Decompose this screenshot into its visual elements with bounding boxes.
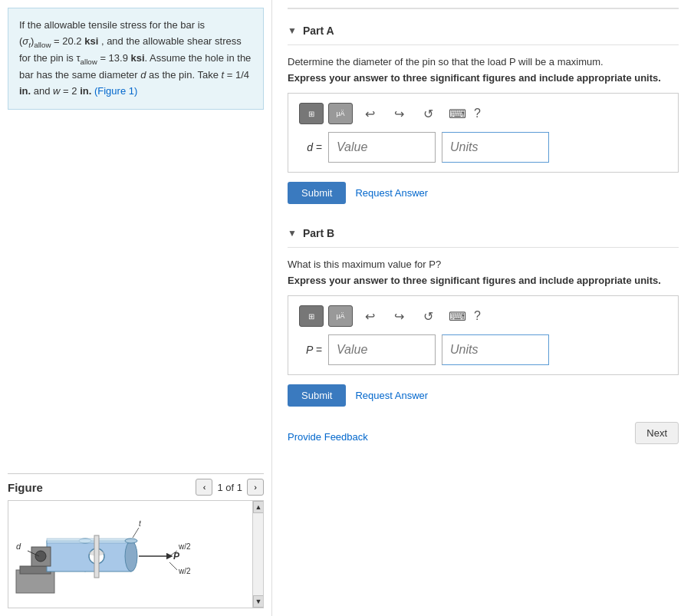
- part-a-answer-box: ⊞ μÄ ↩ ↪ ↺ ⌨ ? d =: [288, 93, 679, 173]
- part-b-toolbar: ⊞ μÄ ↩ ↪ ↺ ⌨ ?: [299, 305, 667, 327]
- feedback-link[interactable]: Provide Feedback: [288, 431, 368, 443]
- refresh-icon-b: ↺: [423, 309, 433, 324]
- part-a-header: ▼ Part A: [288, 17, 679, 45]
- part-b-section: ▼ Part B What is this maximum value for …: [288, 219, 679, 407]
- part-b-units-input[interactable]: [442, 334, 549, 365]
- svg-point-4: [125, 541, 137, 572]
- part-b-variable: P =: [299, 344, 322, 356]
- part-b-request-link[interactable]: Request Answer: [355, 390, 428, 401]
- help-icon-a[interactable]: ?: [474, 107, 481, 120]
- figure-link[interactable]: (Figure 1): [94, 85, 137, 97]
- figure-section: Figure ‹ 1 of 1 ›: [8, 473, 264, 608]
- figure-prev-button[interactable]: ‹: [196, 479, 212, 496]
- right-panel: ▼ Part A Determine the diameter of the p…: [272, 0, 694, 616]
- figure-image: d t w/2 w/2 P ▲ ▼: [8, 501, 264, 608]
- help-icon-b[interactable]: ?: [474, 309, 481, 323]
- part-a-instruction: Express your answer to three significant…: [288, 72, 679, 84]
- mu-button-b[interactable]: μÄ: [328, 305, 353, 327]
- redo-button-b[interactable]: ↪: [386, 305, 411, 327]
- keyboard-button-b[interactable]: ⌨: [445, 305, 469, 327]
- undo-button-b[interactable]: ↩: [357, 305, 382, 327]
- undo-icon-a: ↩: [365, 107, 375, 121]
- next-button[interactable]: Next: [635, 422, 679, 444]
- part-b-label: Part B: [303, 227, 334, 239]
- matrix-button-a[interactable]: ⊞: [299, 103, 324, 124]
- figure-svg: d t w/2 w/2 P: [8, 501, 223, 608]
- figure-header: Figure ‹ 1 of 1 ›: [8, 473, 264, 501]
- part-b-description: What is this maximum value for P?: [288, 259, 679, 270]
- svg-rect-1: [20, 566, 51, 574]
- part-b-submit-button[interactable]: Submit: [288, 384, 346, 407]
- refresh-button-a[interactable]: ↺: [416, 103, 440, 124]
- svg-point-7: [125, 539, 137, 543]
- redo-button-a[interactable]: ↪: [386, 103, 411, 124]
- figure-next-button[interactable]: ›: [247, 479, 264, 496]
- part-a-description: Determine the diameter of the pin so tha…: [288, 56, 679, 68]
- matrix-icon-b: ⊞: [308, 312, 314, 321]
- part-b-input-row: P =: [299, 334, 667, 365]
- part-a-submit-button[interactable]: Submit: [288, 182, 346, 204]
- keyboard-button-a[interactable]: ⌨: [445, 103, 469, 124]
- svg-point-12: [35, 551, 46, 562]
- mu-button-a[interactable]: μÄ: [328, 103, 353, 124]
- redo-icon-a: ↪: [394, 107, 404, 121]
- part-a-units-input[interactable]: [442, 132, 549, 163]
- svg-line-19: [169, 562, 177, 570]
- bottom-row: Provide Feedback Next: [288, 422, 679, 444]
- mu-icon-a: μÄ: [336, 110, 344, 117]
- figure-scrollbar[interactable]: ▲ ▼: [252, 501, 263, 608]
- part-a-collapse[interactable]: ▼: [288, 25, 297, 36]
- refresh-button-b[interactable]: ↺: [416, 305, 440, 327]
- figure-title: Figure: [8, 481, 43, 494]
- part-a-request-link[interactable]: Request Answer: [355, 187, 428, 199]
- figure-nav: ‹ 1 of 1 ›: [196, 479, 264, 496]
- keyboard-icon-a: ⌨: [449, 107, 466, 121]
- part-a-label: Part A: [303, 25, 334, 37]
- svg-text:d: d: [16, 542, 21, 551]
- refresh-icon-a: ↺: [423, 107, 433, 121]
- redo-icon-b: ↪: [394, 309, 404, 324]
- problem-math-1: (σt)allow = 20.2 ksi: [19, 35, 101, 47]
- part-b-instruction: Express your answer to three significant…: [288, 275, 679, 286]
- part-a-variable: d =: [299, 141, 322, 153]
- part-a-actions: Submit Request Answer: [288, 182, 679, 204]
- top-divider: [288, 8, 679, 9]
- svg-rect-6: [47, 539, 131, 543]
- undo-icon-b: ↩: [365, 309, 375, 324]
- problem-description: If the allowable tensile stress for the …: [8, 8, 264, 110]
- problem-text-1: If the allowable tensile stress for the …: [19, 19, 205, 31]
- figure-scroll-down[interactable]: ▼: [253, 595, 264, 608]
- keyboard-icon-b: ⌨: [449, 309, 466, 324]
- svg-text:P: P: [173, 551, 180, 562]
- part-a-toolbar: ⊞ μÄ ↩ ↪ ↺ ⌨ ?: [299, 103, 667, 124]
- svg-text:w/2: w/2: [178, 542, 191, 551]
- figure-scroll-up[interactable]: ▲: [253, 501, 264, 513]
- part-b-value-input[interactable]: [328, 334, 436, 365]
- part-b-header: ▼ Part B: [288, 219, 679, 248]
- matrix-button-b[interactable]: ⊞: [299, 305, 324, 327]
- svg-line-15: [133, 528, 139, 538]
- part-a-value-input[interactable]: [328, 132, 436, 163]
- part-b-collapse[interactable]: ▼: [288, 228, 297, 239]
- svg-text:t: t: [139, 519, 142, 528]
- part-a-input-row: d =: [299, 132, 667, 163]
- undo-button-a[interactable]: ↩: [357, 103, 382, 124]
- figure-page-indicator: 1 of 1: [217, 482, 242, 493]
- part-b-answer-box: ⊞ μÄ ↩ ↪ ↺ ⌨ ? P =: [288, 295, 679, 375]
- svg-rect-10: [94, 535, 99, 578]
- part-b-actions: Submit Request Answer: [288, 384, 679, 407]
- svg-text:w/2: w/2: [178, 567, 191, 575]
- matrix-icon-a: ⊞: [308, 110, 314, 118]
- left-panel: If the allowable tensile stress for the …: [0, 0, 272, 616]
- part-a-section: ▼ Part A Determine the diameter of the p…: [288, 17, 679, 204]
- mu-icon-b: μÄ: [336, 312, 344, 320]
